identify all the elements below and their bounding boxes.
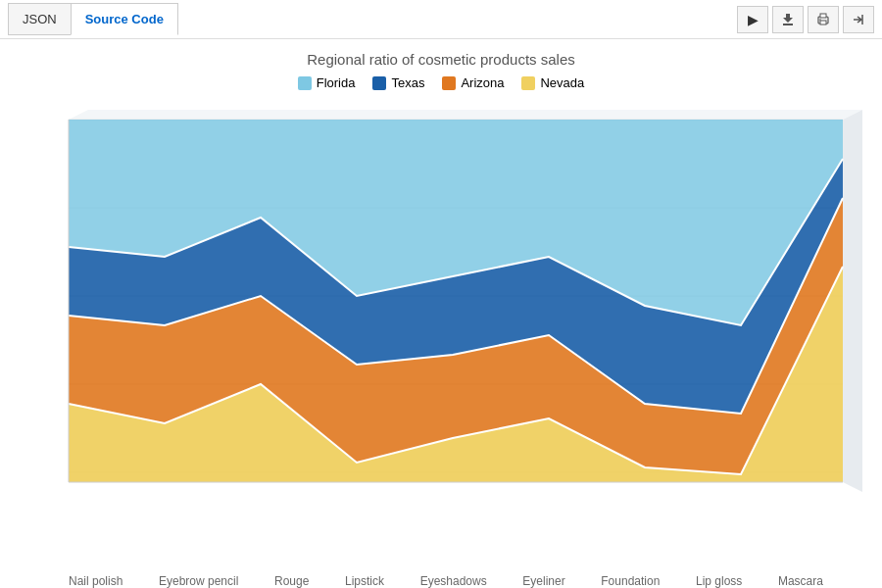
print-button[interactable]	[808, 6, 839, 33]
svg-rect-0	[783, 24, 793, 25]
legend-swatch	[521, 76, 535, 90]
x-label: Foundation	[601, 574, 660, 588]
legend-item-texas: Texas	[372, 75, 424, 90]
download-button[interactable]	[772, 6, 804, 33]
export-icon	[852, 13, 865, 26]
x-label: Mascara	[778, 574, 823, 588]
download-icon	[781, 13, 795, 26]
svg-point-4	[819, 19, 821, 21]
x-label: Eyebrow pencil	[159, 574, 238, 588]
legend-item-florida: Florida	[298, 75, 356, 90]
legend-item-arizona: Arizona	[442, 75, 504, 90]
chart-svg-container	[20, 100, 862, 570]
x-label: Lip gloss	[696, 574, 742, 588]
print-icon	[816, 13, 830, 26]
play-button[interactable]: ▶	[737, 6, 768, 33]
legend-label: Arizona	[461, 75, 504, 90]
svg-marker-11	[69, 110, 862, 120]
toolbar-actions: ▶	[737, 6, 874, 33]
chart-title: Regional ratio of cosmetic products sale…	[20, 51, 862, 68]
legend-label: Texas	[391, 75, 424, 90]
chart-svg	[20, 100, 862, 536]
export-button[interactable]	[843, 6, 874, 33]
x-label: Eyeshadows	[420, 574, 487, 588]
tab-source-code[interactable]: Source Code	[71, 3, 178, 35]
toolbar: JSON Source Code ▶	[0, 0, 882, 39]
legend-swatch	[298, 76, 312, 90]
chart-legend: Florida Texas Arizona Nevada	[20, 75, 862, 90]
svg-rect-2	[820, 14, 826, 18]
toolbar-tabs: JSON Source Code	[8, 3, 178, 35]
legend-swatch	[372, 76, 386, 90]
legend-item-nevada: Nevada	[521, 75, 584, 90]
legend-label: Nevada	[540, 75, 584, 90]
x-axis-labels: Nail polishEyebrow pencilRougeLipstickEy…	[20, 570, 862, 588]
x-label: Rouge	[274, 574, 309, 588]
chart-area: Regional ratio of cosmetic products sale…	[0, 39, 882, 588]
svg-marker-10	[843, 110, 862, 492]
legend-swatch	[442, 76, 456, 90]
tab-json[interactable]: JSON	[8, 3, 71, 35]
legend-label: Florida	[317, 75, 356, 90]
x-label: Lipstick	[345, 574, 384, 588]
x-label: Nail polish	[69, 574, 122, 588]
x-label: Eyeliner	[522, 574, 564, 588]
svg-rect-3	[820, 21, 826, 24]
